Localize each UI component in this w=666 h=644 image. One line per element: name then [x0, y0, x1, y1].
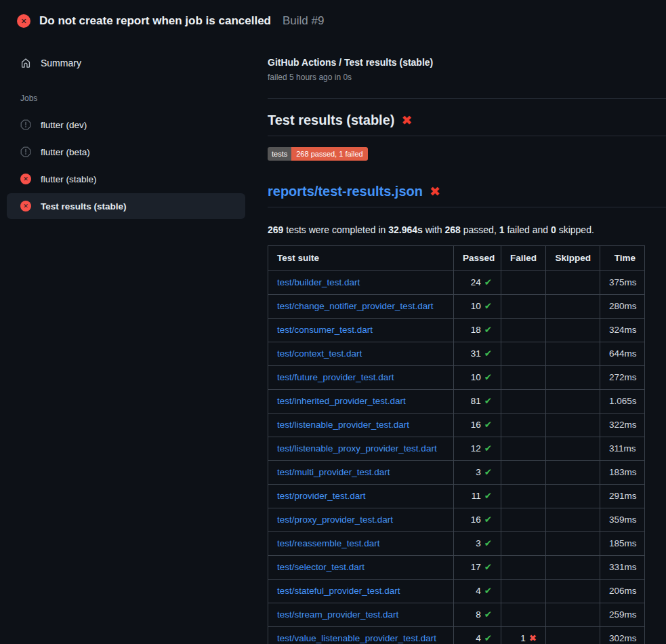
- suite-cell: test/value_listenable_provider_test.dart: [268, 627, 454, 644]
- suite-link[interactable]: test/change_notifier_provider_test.dart: [277, 301, 433, 311]
- run-title: Do not create report when job is cancell…: [39, 14, 271, 28]
- passed-check-cell: 81✔: [454, 390, 501, 414]
- table-header-row: Test suite Passed Failed Skipped Time: [268, 246, 645, 271]
- sidebar-job-label: flutter (stable): [41, 174, 97, 184]
- failed-cross-icon: ✖: [529, 633, 537, 643]
- suite-link[interactable]: test/reassemble_test.dart: [277, 538, 380, 548]
- count-value: 3: [476, 538, 481, 548]
- table-row: test/value_listenable_provider_test.dart…: [268, 627, 645, 644]
- suite-link[interactable]: test/consumer_test.dart: [277, 325, 373, 335]
- section-title: Test results (stable) ✖: [268, 110, 666, 136]
- passed-check-icon: ✔: [484, 277, 492, 287]
- run-header: ✕ Do not create report when job is cance…: [0, 0, 666, 38]
- time-cell: 291ms: [600, 485, 645, 508]
- time-cell: 272ms: [600, 366, 645, 390]
- time-cell: 331ms: [600, 556, 645, 580]
- passed-check-icon: ✔: [484, 515, 492, 525]
- suite-link[interactable]: test/value_listenable_provider_test.dart: [277, 633, 436, 643]
- failed-cross-cell: [501, 319, 546, 342]
- suite-link[interactable]: test/stream_provider_test.dart: [277, 609, 398, 620]
- divider: [268, 98, 666, 99]
- passed-check-icon: ✔: [484, 301, 492, 311]
- col-header-time: Time: [600, 246, 645, 271]
- summary-text-part: tests were completed in: [283, 224, 388, 235]
- failed-cross-cell: [501, 414, 546, 437]
- time-cell: 1.065s: [600, 390, 645, 414]
- failed-cross-icon: ✖: [430, 185, 440, 198]
- badge-label: tests: [268, 147, 291, 161]
- table-row: test/listenable_proxy_provider_test.dart…: [268, 437, 645, 461]
- sidebar-item-summary[interactable]: Summary: [7, 51, 245, 75]
- passed-check-cell: 18✔: [454, 319, 501, 342]
- passed-check-cell: 16✔: [454, 414, 501, 437]
- summary-text-part: passed,: [461, 224, 499, 235]
- suite-link[interactable]: test/proxy_provider_test.dart: [277, 515, 393, 525]
- failed-cross-cell: [501, 342, 546, 366]
- table-row: test/listenable_provider_test.dart16✔322…: [268, 414, 645, 437]
- sidebar-job-item[interactable]: flutter (beta): [7, 139, 245, 165]
- suite-cell: test/change_notifier_provider_test.dart: [268, 295, 454, 319]
- passed-check-icon: ✔: [484, 491, 492, 501]
- tests-badge: tests 268 passed, 1 failed: [268, 147, 368, 161]
- suite-cell: test/reassemble_test.dart: [268, 532, 454, 556]
- sidebar-job-label: flutter (beta): [41, 147, 90, 157]
- table-row: test/builder_test.dart24✔375ms: [268, 271, 645, 295]
- suite-cell: test/builder_test.dart: [268, 271, 454, 295]
- suite-cell: test/selector_test.dart: [268, 556, 454, 580]
- passed-check-icon: ✔: [484, 467, 492, 477]
- table-row: test/selector_test.dart17✔331ms: [268, 556, 645, 580]
- passed-check-icon: ✔: [484, 325, 492, 335]
- passed-check-icon: ✔: [484, 633, 492, 643]
- passed-check-cell: 16✔: [454, 508, 501, 532]
- jobs-list: flutter (dev)flutter (beta)✕flutter (sta…: [7, 112, 245, 219]
- col-header-passed: Passed: [454, 246, 501, 271]
- count-value: 16: [471, 515, 481, 525]
- failed-cross-cell: [501, 437, 546, 461]
- suite-link[interactable]: test/context_test.dart: [277, 348, 362, 359]
- skipped-cell: [546, 390, 600, 414]
- passed-check-cell: 10✔: [454, 366, 501, 390]
- skipped-cell: [546, 603, 600, 627]
- suite-link[interactable]: test/provider_test.dart: [277, 491, 366, 501]
- table-row: test/consumer_test.dart18✔324ms: [268, 319, 645, 342]
- suite-link[interactable]: test/stateful_provider_test.dart: [277, 586, 400, 596]
- suite-cell: test/provider_test.dart: [268, 485, 454, 508]
- report-title: reports/test-results.json ✖: [268, 182, 666, 207]
- skipped-cell: [546, 295, 600, 319]
- section-title-text: Test results (stable): [268, 110, 394, 129]
- sidebar-job-label: Test results (stable): [41, 201, 127, 212]
- sidebar-job-item[interactable]: ✕flutter (stable): [7, 166, 245, 192]
- table-row: test/stateful_provider_test.dart4✔206ms: [268, 580, 645, 603]
- time-cell: 302ms: [600, 627, 645, 644]
- skipped-cell: [546, 580, 600, 603]
- suite-link[interactable]: test/builder_test.dart: [277, 277, 360, 287]
- passed-check-cell: 3✔: [454, 461, 501, 485]
- suite-link[interactable]: test/multi_provider_test.dart: [277, 467, 390, 477]
- skipped-cell: [546, 319, 600, 342]
- suite-link[interactable]: test/selector_test.dart: [277, 562, 365, 572]
- suite-link[interactable]: test/listenable_proxy_provider_test.dart: [277, 443, 437, 454]
- summary-text-part: failed and: [505, 224, 551, 235]
- suite-link[interactable]: test/future_provider_test.dart: [277, 372, 394, 382]
- sidebar-job-item[interactable]: ✕Test results (stable): [7, 193, 245, 219]
- passed-check-cell: 17✔: [454, 556, 501, 580]
- passed-check-cell: 31✔: [454, 342, 501, 366]
- failed-cross-cell: [501, 580, 546, 603]
- time-cell: 206ms: [600, 580, 645, 603]
- failed-cross-cell: [501, 603, 546, 627]
- count-value: 81: [471, 396, 481, 406]
- summary-line: 269 tests were completed in 32.964s with…: [268, 223, 666, 237]
- table-row: test/provider_test.dart11✔291ms: [268, 485, 645, 508]
- report-title-link[interactable]: reports/test-results.json: [268, 182, 423, 201]
- sidebar-job-item[interactable]: flutter (dev): [7, 112, 245, 138]
- passed-check-cell: 10✔: [454, 295, 501, 319]
- skipped-cell: [546, 271, 600, 295]
- skipped-cell: [546, 342, 600, 366]
- sidebar: Summary Jobs flutter (dev)flutter (beta)…: [7, 38, 245, 220]
- failed-cross-cell: 1✖: [501, 627, 546, 644]
- x-circle-icon: ✕: [20, 201, 31, 212]
- suite-link[interactable]: test/inherited_provider_test.dart: [277, 396, 406, 406]
- table-row: test/change_notifier_provider_test.dart1…: [268, 295, 645, 319]
- time-cell: 375ms: [600, 271, 645, 295]
- suite-link[interactable]: test/listenable_provider_test.dart: [277, 420, 409, 430]
